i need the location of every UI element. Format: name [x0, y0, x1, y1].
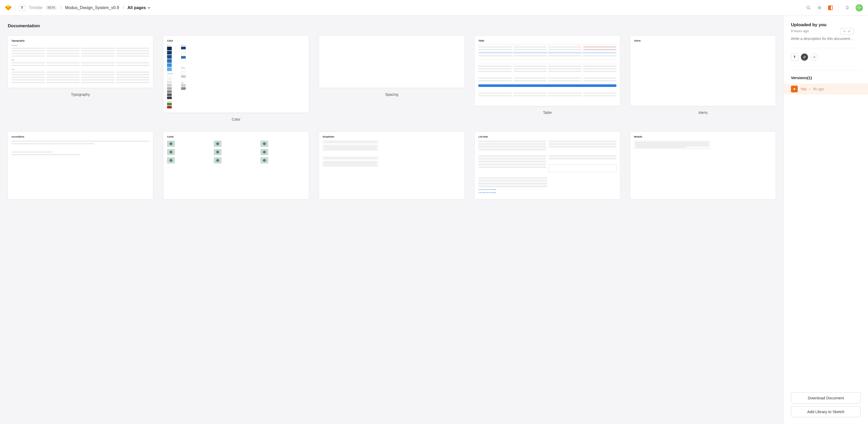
follow-button[interactable] — [840, 28, 854, 35]
version-author: You — [800, 87, 807, 91]
share-chip-row: T — [791, 54, 861, 61]
description-input[interactable] — [791, 37, 861, 41]
section-title: Documentation — [8, 23, 776, 29]
link-chip[interactable] — [801, 54, 808, 61]
versions-heading: Versions(1) — [791, 75, 861, 80]
artboard-label: Color — [231, 117, 240, 121]
version-time: 9h ago — [813, 87, 824, 91]
artboard-cell[interactable]: Table — [475, 36, 620, 115]
workspace-badge[interactable]: T — [19, 5, 25, 11]
breadcrumb-sep: / — [60, 5, 61, 10]
app-header: T Trimble BETA / Modus_Design_System_v0.… — [0, 0, 868, 16]
svg-point-5 — [807, 6, 809, 8]
add-chip[interactable] — [811, 54, 818, 61]
header-right — [806, 4, 863, 11]
workspace-chip[interactable]: T — [791, 54, 798, 61]
artboard-cell[interactable]: Typography Headlines Body Links — [8, 36, 153, 96]
download-button[interactable]: Download Document — [791, 392, 861, 403]
avatar[interactable] — [856, 4, 863, 11]
artboard-title: Color — [167, 39, 305, 42]
sidebar-divider — [791, 70, 861, 70]
search-icon[interactable] — [806, 5, 811, 10]
breadcrumb-sep: / — [123, 5, 124, 10]
chevron-down-icon — [147, 6, 151, 9]
artboard-title: Dropdown — [323, 135, 461, 138]
header-divider — [839, 4, 839, 11]
artboard-cell[interactable]: Dropdown — [319, 132, 464, 199]
version-sep: • — [809, 87, 810, 91]
add-library-button[interactable]: Add Library to Sketch — [791, 406, 861, 417]
svg-point-7 — [819, 7, 820, 8]
pages-label: All pages — [127, 5, 146, 10]
artboard-grid: Typography Headlines Body Links — [8, 36, 776, 199]
inspector-sidebar: Uploaded by you 9 hours ago T Versions(1… — [783, 16, 868, 424]
plus-icon — [813, 56, 816, 59]
artboard-thumb[interactable]: Table — [475, 36, 620, 106]
canvas[interactable]: Documentation Typography Headlines Body … — [0, 16, 783, 424]
header-left: T Trimble BETA / Modus_Design_System_v0.… — [5, 4, 151, 11]
artboard-cell[interactable]: Spacing — [319, 36, 464, 96]
bell-icon[interactable] — [845, 5, 850, 10]
artboard-label: Spacing — [385, 92, 399, 96]
artboard-cell[interactable]: Alerts Alerts — [630, 36, 776, 115]
artboard-label: Typography — [71, 92, 90, 96]
panel-toggle-icon[interactable] — [828, 5, 833, 10]
version-row[interactable]: You • 9h ago — [784, 84, 868, 94]
artboard-title: Typography — [11, 39, 149, 42]
pages-dropdown[interactable]: All pages — [127, 5, 151, 10]
svg-line-6 — [809, 8, 810, 9]
artboard-title: Cards — [167, 135, 305, 138]
version-icon — [791, 86, 798, 92]
document-name[interactable]: Modus_Design_System_v0.9 — [65, 5, 119, 10]
artboard-cell[interactable]: Accordions — [8, 132, 153, 199]
artboard-thumb[interactable]: Module — [630, 132, 776, 199]
artboard-thumb[interactable]: Typography Headlines Body Links — [8, 36, 153, 88]
artboard-thumb[interactable] — [319, 36, 464, 88]
artboard-label: Table — [543, 111, 552, 115]
check-icon — [847, 30, 850, 33]
artboard-title: Accordions — [11, 135, 149, 138]
artboard-title: Table — [478, 39, 616, 42]
artboard-thumb[interactable]: Alerts — [630, 36, 776, 106]
artboard-label: Alerts — [699, 111, 708, 115]
artboard-thumb[interactable]: Accordions — [8, 132, 153, 199]
link-icon — [803, 55, 806, 59]
gear-icon[interactable] — [817, 5, 822, 10]
artboard-title: Module — [634, 135, 772, 138]
bell-icon — [843, 30, 846, 33]
artboard-cell[interactable]: Color Brand Secondary — [163, 36, 309, 121]
artboard-thumb[interactable]: List Item — [475, 132, 620, 199]
artboard-thumb[interactable]: Cards — [163, 132, 309, 199]
artboard-thumb[interactable]: Color Brand Secondary — [163, 36, 309, 113]
beta-badge: BETA — [46, 5, 57, 10]
artboard-title: Alerts — [634, 39, 772, 42]
uploaded-heading: Uploaded by you — [791, 22, 861, 28]
workspace-name[interactable]: Trimble — [29, 5, 42, 10]
artboard-title: List Item — [478, 135, 616, 138]
svg-marker-1 — [6, 5, 11, 7]
artboard-cell[interactable]: Module — [630, 132, 776, 199]
sidebar-divider — [791, 48, 861, 48]
artboard-thumb[interactable]: Dropdown — [319, 132, 464, 199]
artboard-cell[interactable]: Cards — [163, 132, 309, 199]
artboard-cell[interactable]: List Item — [475, 132, 620, 199]
sketch-logo[interactable] — [5, 5, 11, 11]
